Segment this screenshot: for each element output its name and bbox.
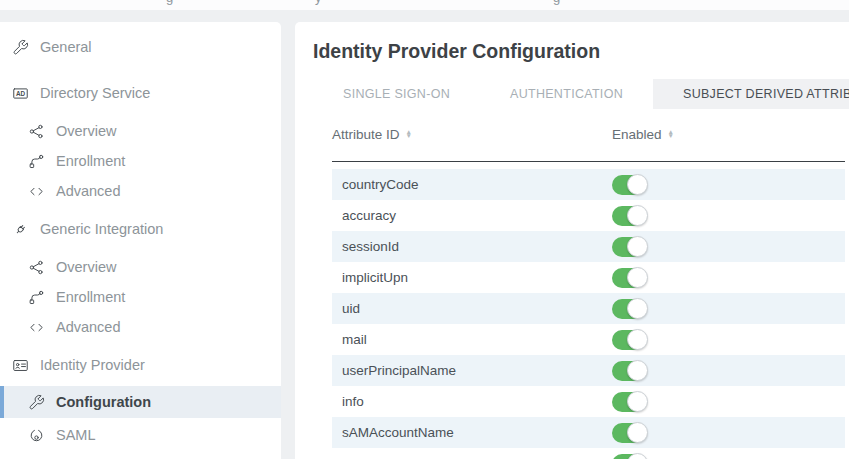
sidebar-item-label: Overview: [56, 123, 116, 139]
attribute-id-cell: uid: [342, 301, 612, 316]
enabled-toggle[interactable]: [612, 268, 645, 288]
breadcrumb-fragment: g: [553, 0, 560, 5]
sidebar-item-directory-service[interactable]: AD Directory Service: [0, 78, 281, 108]
sidebar-item-label: General: [40, 39, 92, 55]
attribute-id-cell: implicitUpn: [342, 270, 612, 285]
toggle-knob: [627, 174, 648, 195]
sidebar-item-generic-integration[interactable]: Generic Integration: [0, 214, 281, 244]
enabled-toggle[interactable]: [612, 454, 645, 459]
toggle-knob: [627, 422, 648, 443]
table-row-info: info: [332, 386, 845, 417]
enabled-toggle[interactable]: [612, 330, 645, 350]
table-row-uid: uid: [332, 293, 845, 324]
plug-icon: [12, 221, 29, 238]
tab-bar: SINGLE SIGN-ON AUTHENTICATION SUBJECT DE…: [313, 79, 849, 109]
sidebar-item-label: Advanced: [56, 319, 121, 335]
column-header-enabled[interactable]: Enabled ▲▼: [612, 127, 674, 142]
sidebar-item-configuration[interactable]: Configuration: [0, 386, 281, 418]
header-divider: [332, 161, 845, 162]
table-row-sessionid: sessionId: [332, 231, 845, 262]
toggle-knob: [627, 360, 648, 381]
breadcrumb-fragment: y: [315, 0, 322, 5]
sidebar-item-identity-provider[interactable]: Identity Provider: [0, 350, 281, 380]
tab-authentication[interactable]: AUTHENTICATION: [480, 79, 653, 109]
sidebar-item-ds-overview[interactable]: Overview: [0, 116, 281, 146]
sidebar-item-label: Identity Provider: [40, 357, 145, 373]
table-row-implicitupn: implicitUpn: [332, 262, 845, 293]
content-panel: Identity Provider Configuration SINGLE S…: [295, 22, 849, 459]
column-header-label: Enabled: [612, 127, 662, 142]
attribute-id-cell: accuracy: [342, 208, 612, 223]
attribute-id-cell: countryCode: [342, 177, 612, 192]
sidebar-item-oidc[interactable]: OIDC: [0, 450, 281, 459]
enabled-toggle[interactable]: [612, 237, 645, 257]
sidebar-item-gi-overview[interactable]: Overview: [0, 252, 281, 282]
page-title: Identity Provider Configuration: [295, 22, 849, 63]
enabled-toggle[interactable]: [612, 361, 645, 381]
sidebar-item-label: Directory Service: [40, 85, 150, 101]
wrench-icon: [12, 39, 29, 56]
network-icon: [28, 123, 45, 140]
wrench-icon: [28, 394, 45, 411]
toggle-knob: [627, 267, 648, 288]
attribute-id-cell: userPrincipalName: [342, 363, 612, 378]
table-row-accuracy: accuracy: [332, 200, 845, 231]
sidebar-item-gi-advanced[interactable]: Advanced: [0, 312, 281, 342]
toggle-knob: [627, 453, 648, 459]
route-icon: [28, 153, 45, 170]
table-header-row: Attribute ID ▲▼ Enabled ▲▼: [332, 121, 845, 147]
svg-text:AD: AD: [16, 89, 26, 96]
tab-single-sign-on[interactable]: SINGLE SIGN-ON: [313, 79, 480, 109]
table-row-userprincipalname: userPrincipalName: [332, 355, 845, 386]
enabled-toggle[interactable]: [612, 175, 645, 195]
attribute-id-cell: sAMAccountName: [342, 425, 612, 440]
table-body: countryCode accuracy sessionId implicitU…: [332, 169, 845, 459]
table-row-samaccountname: sAMAccountName: [332, 417, 845, 448]
code-icon: [28, 319, 45, 336]
toggle-knob: [627, 205, 648, 226]
sort-icon[interactable]: ▲▼: [668, 130, 674, 139]
sidebar-item-label: Advanced: [56, 183, 121, 199]
column-header-attribute-id[interactable]: Attribute ID ▲▼: [332, 127, 612, 142]
route-icon: [28, 289, 45, 306]
network-icon: [28, 259, 45, 276]
toggle-knob: [627, 329, 648, 350]
attribute-id-cell: mail: [342, 332, 612, 347]
table-row-countrycode: countryCode: [332, 169, 845, 200]
column-header-label: Attribute ID: [332, 127, 400, 142]
sidebar-item-saml[interactable]: SAML: [0, 420, 281, 450]
enabled-toggle[interactable]: [612, 392, 645, 412]
id-card-icon: [12, 357, 29, 374]
sidebar-nav: General AD Directory Service Overview En…: [0, 22, 281, 459]
sidebar-item-label: Enrollment: [56, 153, 125, 169]
toggle-knob: [627, 391, 648, 412]
ad-badge-icon: AD: [12, 85, 29, 102]
ring-icon: [28, 427, 45, 444]
attribute-id-cell: info: [342, 394, 612, 409]
sidebar-item-general[interactable]: General: [0, 32, 281, 62]
toggle-knob: [627, 298, 648, 319]
sidebar-item-ds-enrollment[interactable]: Enrollment: [0, 146, 281, 176]
table-row-partial: [332, 448, 845, 459]
breadcrumb-fragment: g: [166, 0, 173, 5]
code-icon: [28, 183, 45, 200]
sidebar-item-label: Configuration: [56, 394, 151, 410]
sidebar-item-label: SAML: [56, 427, 96, 443]
enabled-toggle[interactable]: [612, 206, 645, 226]
sort-icon[interactable]: ▲▼: [406, 130, 412, 139]
breadcrumb: g y g: [0, 0, 849, 10]
attribute-id-cell: sessionId: [342, 239, 612, 254]
enabled-toggle[interactable]: [612, 299, 645, 319]
sidebar-item-gi-enrollment[interactable]: Enrollment: [0, 282, 281, 312]
sidebar-item-label: Overview: [56, 259, 116, 275]
sidebar-item-label: Enrollment: [56, 289, 125, 305]
sidebar-item-ds-advanced[interactable]: Advanced: [0, 176, 281, 206]
tab-subject-derived-attributes[interactable]: SUBJECT DERIVED ATTRIBUTES: [653, 79, 849, 109]
table-row-mail: mail: [332, 324, 845, 355]
app-window: g y g General AD Directory Service: [0, 0, 849, 459]
sidebar-item-label: Generic Integration: [40, 221, 163, 237]
enabled-toggle[interactable]: [612, 423, 645, 443]
toggle-knob: [627, 236, 648, 257]
settings-sidebar: General AD Directory Service Overview En…: [0, 22, 281, 459]
attributes-table: Attribute ID ▲▼ Enabled ▲▼ countryCode a…: [332, 121, 845, 459]
